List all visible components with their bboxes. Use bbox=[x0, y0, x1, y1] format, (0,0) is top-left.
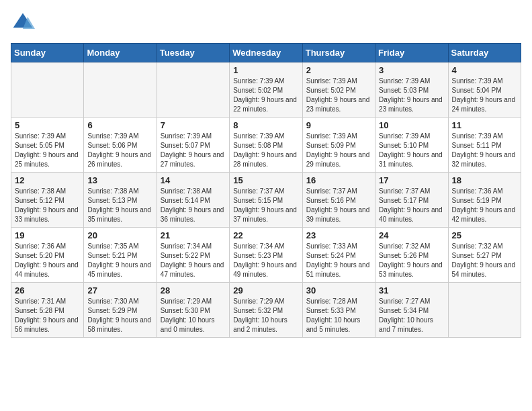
calendar-body: 1Sunrise: 7:39 AM Sunset: 5:02 PM Daylig… bbox=[11, 62, 521, 338]
day-cell: 23Sunrise: 7:33 AM Sunset: 5:24 PM Dayli… bbox=[302, 228, 375, 283]
day-cell: 17Sunrise: 7:37 AM Sunset: 5:17 PM Dayli… bbox=[375, 173, 448, 228]
day-info: Sunrise: 7:33 AM Sunset: 5:24 PM Dayligh… bbox=[306, 242, 371, 279]
day-number: 11 bbox=[452, 120, 517, 130]
day-info: Sunrise: 7:34 AM Sunset: 5:23 PM Dayligh… bbox=[233, 242, 298, 279]
day-number: 31 bbox=[379, 285, 444, 295]
day-number: 9 bbox=[306, 120, 371, 130]
day-info: Sunrise: 7:37 AM Sunset: 5:16 PM Dayligh… bbox=[306, 187, 371, 224]
day-number: 8 bbox=[233, 120, 298, 130]
header-row: SundayMondayTuesdayWednesdayThursdayFrid… bbox=[11, 44, 521, 62]
day-info: Sunrise: 7:28 AM Sunset: 5:33 PM Dayligh… bbox=[306, 297, 371, 334]
day-cell: 16Sunrise: 7:37 AM Sunset: 5:16 PM Dayli… bbox=[302, 173, 375, 228]
day-cell: 6Sunrise: 7:39 AM Sunset: 5:06 PM Daylig… bbox=[84, 118, 157, 173]
day-cell: 29Sunrise: 7:29 AM Sunset: 5:32 PM Dayli… bbox=[230, 283, 302, 338]
day-number: 25 bbox=[452, 230, 517, 240]
day-number: 14 bbox=[161, 175, 226, 185]
day-info: Sunrise: 7:39 AM Sunset: 5:09 PM Dayligh… bbox=[306, 132, 371, 169]
day-cell: 12Sunrise: 7:38 AM Sunset: 5:12 PM Dayli… bbox=[11, 173, 84, 228]
day-cell: 21Sunrise: 7:34 AM Sunset: 5:22 PM Dayli… bbox=[157, 228, 229, 283]
day-cell bbox=[84, 62, 157, 118]
day-cell: 30Sunrise: 7:28 AM Sunset: 5:33 PM Dayli… bbox=[302, 283, 375, 338]
day-info: Sunrise: 7:36 AM Sunset: 5:19 PM Dayligh… bbox=[452, 187, 517, 224]
day-number: 28 bbox=[161, 285, 226, 295]
day-info: Sunrise: 7:29 AM Sunset: 5:32 PM Dayligh… bbox=[233, 297, 298, 334]
week-row-2: 5Sunrise: 7:39 AM Sunset: 5:05 PM Daylig… bbox=[11, 118, 521, 173]
day-info: Sunrise: 7:39 AM Sunset: 5:03 PM Dayligh… bbox=[379, 77, 444, 114]
day-number: 13 bbox=[87, 175, 152, 185]
day-header-friday: Friday bbox=[375, 44, 448, 62]
day-info: Sunrise: 7:39 AM Sunset: 5:11 PM Dayligh… bbox=[452, 132, 517, 169]
day-info: Sunrise: 7:38 AM Sunset: 5:13 PM Dayligh… bbox=[87, 187, 152, 224]
day-info: Sunrise: 7:34 AM Sunset: 5:22 PM Dayligh… bbox=[161, 242, 226, 279]
day-cell: 19Sunrise: 7:36 AM Sunset: 5:20 PM Dayli… bbox=[11, 228, 84, 283]
day-cell: 26Sunrise: 7:31 AM Sunset: 5:28 PM Dayli… bbox=[11, 283, 84, 338]
day-number: 15 bbox=[233, 175, 298, 185]
day-number: 12 bbox=[15, 175, 80, 185]
day-number: 10 bbox=[379, 120, 444, 130]
page-header bbox=[11, 11, 521, 35]
day-number: 26 bbox=[15, 285, 80, 295]
day-number: 2 bbox=[306, 65, 371, 75]
day-header-saturday: Saturday bbox=[448, 44, 521, 62]
day-cell: 2Sunrise: 7:39 AM Sunset: 5:02 PM Daylig… bbox=[302, 62, 375, 118]
day-cell: 22Sunrise: 7:34 AM Sunset: 5:23 PM Dayli… bbox=[230, 228, 302, 283]
calendar-header: SundayMondayTuesdayWednesdayThursdayFrid… bbox=[11, 44, 521, 62]
day-info: Sunrise: 7:39 AM Sunset: 5:04 PM Dayligh… bbox=[452, 77, 517, 114]
day-info: Sunrise: 7:39 AM Sunset: 5:08 PM Dayligh… bbox=[233, 132, 298, 169]
day-info: Sunrise: 7:38 AM Sunset: 5:12 PM Dayligh… bbox=[15, 187, 80, 224]
week-row-5: 26Sunrise: 7:31 AM Sunset: 5:28 PM Dayli… bbox=[11, 283, 521, 338]
day-cell bbox=[157, 62, 229, 118]
day-cell: 8Sunrise: 7:39 AM Sunset: 5:08 PM Daylig… bbox=[230, 118, 302, 173]
day-cell: 4Sunrise: 7:39 AM Sunset: 5:04 PM Daylig… bbox=[448, 62, 521, 118]
day-number: 30 bbox=[306, 285, 371, 295]
day-info: Sunrise: 7:32 AM Sunset: 5:26 PM Dayligh… bbox=[379, 242, 444, 279]
day-info: Sunrise: 7:30 AM Sunset: 5:29 PM Dayligh… bbox=[87, 297, 152, 334]
day-info: Sunrise: 7:39 AM Sunset: 5:07 PM Dayligh… bbox=[161, 132, 226, 169]
day-header-wednesday: Wednesday bbox=[230, 44, 302, 62]
day-cell: 28Sunrise: 7:29 AM Sunset: 5:30 PM Dayli… bbox=[157, 283, 229, 338]
day-number: 21 bbox=[161, 230, 226, 240]
day-cell: 15Sunrise: 7:37 AM Sunset: 5:15 PM Dayli… bbox=[230, 173, 302, 228]
day-cell: 7Sunrise: 7:39 AM Sunset: 5:07 PM Daylig… bbox=[157, 118, 229, 173]
logo bbox=[11, 11, 38, 35]
day-number: 18 bbox=[452, 175, 517, 185]
day-header-sunday: Sunday bbox=[11, 44, 84, 62]
week-row-3: 12Sunrise: 7:38 AM Sunset: 5:12 PM Dayli… bbox=[11, 173, 521, 228]
day-info: Sunrise: 7:39 AM Sunset: 5:02 PM Dayligh… bbox=[306, 77, 371, 114]
day-cell: 13Sunrise: 7:38 AM Sunset: 5:13 PM Dayli… bbox=[84, 173, 157, 228]
day-info: Sunrise: 7:35 AM Sunset: 5:21 PM Dayligh… bbox=[87, 242, 152, 279]
day-number: 7 bbox=[161, 120, 226, 130]
day-number: 1 bbox=[233, 65, 298, 75]
week-row-1: 1Sunrise: 7:39 AM Sunset: 5:02 PM Daylig… bbox=[11, 62, 521, 118]
day-info: Sunrise: 7:27 AM Sunset: 5:34 PM Dayligh… bbox=[379, 297, 444, 334]
day-cell: 20Sunrise: 7:35 AM Sunset: 5:21 PM Dayli… bbox=[84, 228, 157, 283]
day-info: Sunrise: 7:39 AM Sunset: 5:06 PM Dayligh… bbox=[87, 132, 152, 169]
day-cell: 11Sunrise: 7:39 AM Sunset: 5:11 PM Dayli… bbox=[448, 118, 521, 173]
day-info: Sunrise: 7:37 AM Sunset: 5:17 PM Dayligh… bbox=[379, 187, 444, 224]
day-cell: 24Sunrise: 7:32 AM Sunset: 5:26 PM Dayli… bbox=[375, 228, 448, 283]
day-cell bbox=[448, 283, 521, 338]
day-cell: 25Sunrise: 7:32 AM Sunset: 5:27 PM Dayli… bbox=[448, 228, 521, 283]
day-cell: 14Sunrise: 7:38 AM Sunset: 5:14 PM Dayli… bbox=[157, 173, 229, 228]
day-number: 19 bbox=[15, 230, 80, 240]
calendar-table: SundayMondayTuesdayWednesdayThursdayFrid… bbox=[11, 43, 521, 338]
day-cell: 5Sunrise: 7:39 AM Sunset: 5:05 PM Daylig… bbox=[11, 118, 84, 173]
day-info: Sunrise: 7:39 AM Sunset: 5:02 PM Dayligh… bbox=[233, 77, 298, 114]
day-number: 22 bbox=[233, 230, 298, 240]
day-cell: 27Sunrise: 7:30 AM Sunset: 5:29 PM Dayli… bbox=[84, 283, 157, 338]
day-number: 23 bbox=[306, 230, 371, 240]
day-number: 4 bbox=[452, 65, 517, 75]
day-number: 20 bbox=[87, 230, 152, 240]
day-cell: 1Sunrise: 7:39 AM Sunset: 5:02 PM Daylig… bbox=[230, 62, 302, 118]
day-cell bbox=[11, 62, 84, 118]
day-info: Sunrise: 7:37 AM Sunset: 5:15 PM Dayligh… bbox=[233, 187, 298, 224]
day-header-monday: Monday bbox=[84, 44, 157, 62]
day-cell: 9Sunrise: 7:39 AM Sunset: 5:09 PM Daylig… bbox=[302, 118, 375, 173]
week-row-4: 19Sunrise: 7:36 AM Sunset: 5:20 PM Dayli… bbox=[11, 228, 521, 283]
day-number: 24 bbox=[379, 230, 444, 240]
day-header-thursday: Thursday bbox=[302, 44, 375, 62]
day-number: 3 bbox=[379, 65, 444, 75]
day-number: 16 bbox=[306, 175, 371, 185]
day-cell: 10Sunrise: 7:39 AM Sunset: 5:10 PM Dayli… bbox=[375, 118, 448, 173]
day-number: 29 bbox=[233, 285, 298, 295]
